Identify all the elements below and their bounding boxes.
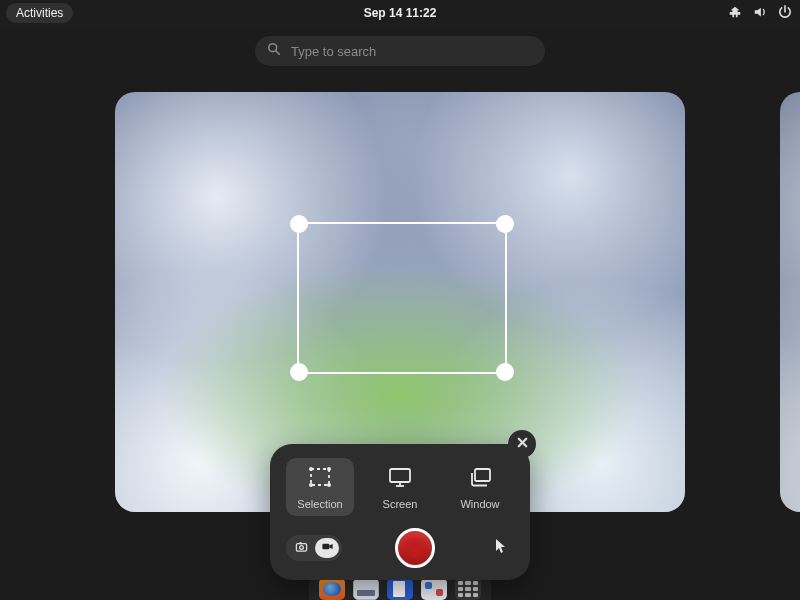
resize-handle-top-right[interactable] <box>496 215 514 233</box>
svg-rect-7 <box>390 469 410 482</box>
dash-app-text-editor[interactable] <box>387 578 413 600</box>
close-button[interactable] <box>508 430 536 458</box>
svg-rect-10 <box>475 469 490 481</box>
dash-app-firefox[interactable] <box>319 578 345 600</box>
dash-app-software[interactable] <box>421 578 447 600</box>
resize-handle-bottom-right[interactable] <box>496 363 514 381</box>
mode-selection-label: Selection <box>297 498 342 510</box>
dash-app-grid[interactable] <box>455 578 481 600</box>
mode-window-label: Window <box>460 498 499 510</box>
show-pointer-toggle[interactable] <box>488 538 514 558</box>
selection-crop-icon <box>307 466 333 492</box>
window-stack-icon <box>467 466 493 492</box>
network-wired-icon <box>728 5 742 22</box>
mode-window[interactable]: Window <box>446 458 514 516</box>
svg-point-12 <box>299 546 303 550</box>
resize-handle-bottom-left[interactable] <box>290 363 308 381</box>
cursor-icon <box>495 538 507 558</box>
search-bar[interactable] <box>255 36 545 66</box>
video-icon <box>321 539 334 557</box>
screenshot-panel: Selection Screen Window <box>270 444 530 580</box>
svg-rect-11 <box>296 544 306 551</box>
capture-controls <box>286 528 514 568</box>
workspace-next[interactable] <box>780 92 800 512</box>
camera-icon <box>295 539 308 557</box>
svg-rect-13 <box>299 542 302 544</box>
svg-point-4 <box>327 467 331 471</box>
resize-handle-top-left[interactable] <box>290 215 308 233</box>
record-button[interactable] <box>395 528 435 568</box>
photo-video-toggle <box>286 535 342 561</box>
svg-rect-14 <box>322 544 329 550</box>
svg-rect-2 <box>311 469 329 485</box>
svg-point-5 <box>309 483 313 487</box>
toggle-photo[interactable] <box>289 538 313 558</box>
clock[interactable]: Sep 14 11:22 <box>364 6 437 20</box>
dash-app-files[interactable] <box>353 578 379 600</box>
svg-point-6 <box>327 483 331 487</box>
power-icon <box>778 5 792 22</box>
system-tray[interactable] <box>728 5 792 22</box>
activities-button[interactable]: Activities <box>6 3 73 23</box>
svg-point-3 <box>309 467 313 471</box>
close-icon <box>516 435 529 453</box>
search-icon <box>267 42 281 60</box>
volume-icon <box>753 5 767 22</box>
toggle-video[interactable] <box>315 538 339 558</box>
mode-screen[interactable]: Screen <box>366 458 434 516</box>
svg-line-1 <box>276 51 280 55</box>
mode-selection[interactable]: Selection <box>286 458 354 516</box>
display-icon <box>387 466 413 492</box>
search-input[interactable] <box>291 44 533 59</box>
capture-mode-row: Selection Screen Window <box>286 458 514 516</box>
top-bar: Activities Sep 14 11:22 <box>0 0 800 26</box>
wallpaper <box>780 92 800 512</box>
selection-rectangle[interactable] <box>297 222 507 374</box>
mode-screen-label: Screen <box>383 498 418 510</box>
